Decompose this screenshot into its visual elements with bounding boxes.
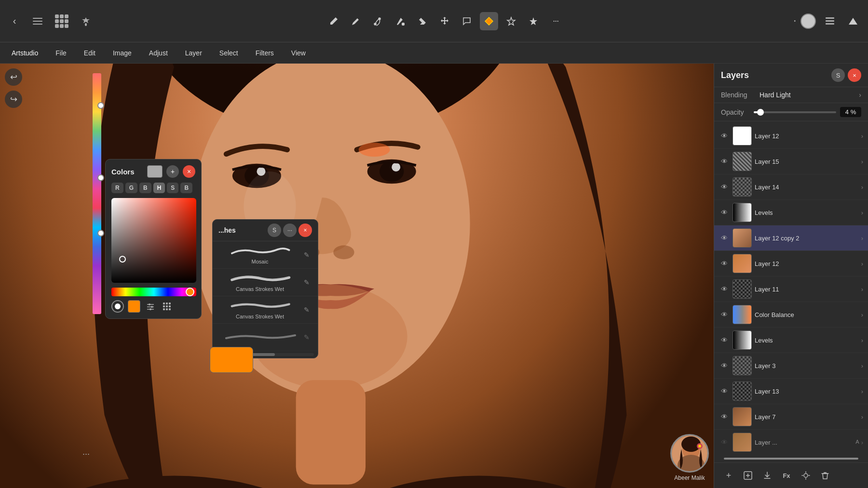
layer-eye-color-balance[interactable]: 👁 — [719, 309, 730, 320]
edit-brush-partial-button[interactable]: ✎ — [301, 332, 312, 343]
menu-select[interactable]: Select — [216, 47, 242, 59]
pen-tool-button[interactable] — [347, 12, 365, 30]
menu-layer[interactable]: Layer — [181, 47, 206, 59]
sliders-button[interactable] — [144, 300, 157, 313]
fx-button[interactable]: Fx — [779, 468, 794, 483]
layer-eye-hidden[interactable]: 👁 — [719, 437, 730, 448]
layer-eye-levels1[interactable]: 👁 — [719, 207, 730, 218]
grid-swatches-button[interactable] — [161, 300, 173, 313]
layer-item-layer15[interactable]: 👁 Layer 15 › — [714, 149, 868, 174]
redo-button[interactable]: ↪ — [5, 91, 22, 108]
layer-eye-layer12b[interactable]: 👁 — [719, 258, 730, 269]
menu-artstudio[interactable]: Artstudio — [8, 47, 42, 59]
layer-thumb-layer14 — [732, 177, 752, 197]
layer-item-color-balance[interactable]: 👁 Color Balance › — [714, 302, 868, 328]
layer-item-layer12b[interactable]: 👁 Layer 12 › — [714, 251, 868, 277]
layer-eye-layer12[interactable]: 👁 — [719, 131, 730, 141]
menu-filters[interactable]: Filters — [252, 47, 278, 59]
brushes-save-button[interactable]: S — [268, 224, 281, 237]
color-tab-h[interactable]: H — [153, 183, 165, 193]
foreground-radio[interactable] — [111, 300, 124, 313]
grid-view-button[interactable] — [52, 12, 71, 31]
download-layer-button[interactable] — [760, 468, 775, 483]
close-layers-panel-button[interactable]: × — [848, 68, 861, 82]
hamburger-menu-button[interactable] — [28, 12, 47, 31]
more-tools-button[interactable]: ··· — [546, 12, 565, 30]
add-color-button[interactable]: + — [166, 165, 179, 178]
color-handle-2[interactable] — [97, 174, 104, 181]
brush-item-canvas-wet-1[interactable]: Canvas Strokes Wet ✎ — [213, 269, 318, 296]
star-rate-tool-button[interactable] — [524, 12, 542, 30]
menu-edit[interactable]: Edit — [80, 47, 99, 59]
layer-eye-layer15[interactable]: 👁 — [719, 156, 730, 167]
brightness-button[interactable] — [798, 468, 814, 483]
color-handle-3[interactable] — [97, 230, 104, 237]
color-tab-r[interactable]: R — [111, 183, 123, 193]
hue-strip[interactable] — [111, 288, 196, 296]
layer-item-layer12-copy2[interactable]: 👁 Layer 12 copy 2 › — [714, 225, 868, 251]
layer-item-layer11[interactable]: 👁 Layer 11 › — [714, 277, 868, 302]
color-gradient-picker[interactable] — [111, 198, 196, 283]
layer-eye-layer7[interactable]: 👁 — [719, 411, 730, 422]
add-group-button[interactable] — [740, 468, 756, 483]
speech-tool-button[interactable] — [458, 12, 476, 30]
layer-item-layer7[interactable]: 👁 Layer 7 › — [714, 404, 868, 430]
layer-eye-layer14[interactable]: 👁 — [719, 182, 730, 192]
foreground-swatch[interactable] — [128, 300, 140, 313]
menu-view[interactable]: View — [287, 47, 310, 59]
layer-item-layer3[interactable]: 👁 Layer 3 › — [714, 353, 868, 379]
star-tool-button[interactable] — [502, 12, 520, 30]
opacity-slider[interactable] — [754, 111, 836, 113]
artist-avatar[interactable] — [670, 434, 709, 473]
edit-brush-canvas-wet-2-button[interactable]: ✎ — [301, 304, 312, 315]
layers-toggle-button[interactable] — [821, 12, 839, 30]
layer-eye-layer3[interactable]: 👁 — [719, 360, 730, 371]
layer-item-layer12[interactable]: 👁 Layer 12 › — [714, 123, 868, 149]
brushes-more-button[interactable]: ··· — [283, 224, 297, 237]
tools-button[interactable] — [76, 12, 95, 31]
move-tool-button[interactable] — [435, 12, 454, 30]
color-handle-1[interactable] — [97, 102, 104, 109]
eraser-tool-button[interactable] — [413, 12, 432, 30]
color-tab-s[interactable]: S — [167, 183, 178, 193]
layer-eye-levels2[interactable]: 👁 — [719, 335, 730, 345]
layers-save-button[interactable]: S — [831, 68, 845, 82]
foreground-color[interactable] — [800, 13, 816, 29]
select-shape-tool-button[interactable] — [480, 12, 498, 30]
menu-file[interactable]: File — [52, 47, 70, 59]
delete-layer-button[interactable] — [817, 468, 833, 483]
brush-item-mosaic[interactable]: Mosaic ✎ — [213, 241, 318, 269]
menu-adjust[interactable]: Adjust — [145, 47, 172, 59]
menu-image[interactable]: Image — [109, 47, 136, 59]
back-button[interactable]: ‹ — [6, 13, 23, 30]
add-layer-button[interactable]: + — [721, 468, 736, 483]
brush-item-canvas-wet-2[interactable]: Canvas Strokes Wet ✎ — [213, 296, 318, 324]
current-color-preview[interactable] — [147, 165, 163, 178]
color-swatch-display[interactable] — [210, 347, 253, 373]
blending-value[interactable]: Hard Light — [760, 91, 859, 99]
color-tab-g[interactable]: G — [125, 183, 137, 193]
layer-item-layer13[interactable]: 👁 Layer 13 › — [714, 379, 868, 404]
layer-item-layer14[interactable]: 👁 Layer 14 › — [714, 174, 868, 200]
layer-eye-layer12-copy2[interactable]: 👁 — [719, 233, 730, 243]
layer-item-levels2[interactable]: 👁 Levels › — [714, 328, 868, 353]
layer-item-levels1[interactable]: 👁 Levels › — [714, 200, 868, 225]
close-colors-panel-button[interactable]: × — [183, 165, 195, 178]
color-strip[interactable] — [93, 73, 101, 314]
edit-brush-mosaic-button[interactable]: ✎ — [301, 250, 312, 260]
close-brushes-panel-button[interactable]: × — [298, 224, 312, 237]
color-tab-b2[interactable]: B — [180, 183, 192, 193]
edit-brush-canvas-wet-1-button[interactable]: ✎ — [301, 277, 312, 288]
svg-point-27 — [151, 306, 153, 308]
layer-item-hidden[interactable]: 👁 Layer ... A › — [714, 430, 868, 455]
paint-tool-button[interactable] — [391, 12, 409, 30]
color-tab-b[interactable]: B — [139, 183, 151, 193]
vector-tool-button[interactable] — [369, 12, 387, 30]
shape-tool-button[interactable] — [844, 12, 862, 30]
layer-eye-layer13[interactable]: 👁 — [719, 386, 730, 396]
layers-list[interactable]: 👁 Layer 12 › 👁 Layer 15 › 👁 Layer 14 › 👁… — [714, 121, 868, 455]
undo-button[interactable]: ↩ — [5, 68, 22, 86]
pencil-tool-button[interactable] — [325, 12, 343, 30]
layer-eye-layer11[interactable]: 👁 — [719, 284, 730, 294]
layer-thumb-layer11 — [732, 279, 752, 299]
